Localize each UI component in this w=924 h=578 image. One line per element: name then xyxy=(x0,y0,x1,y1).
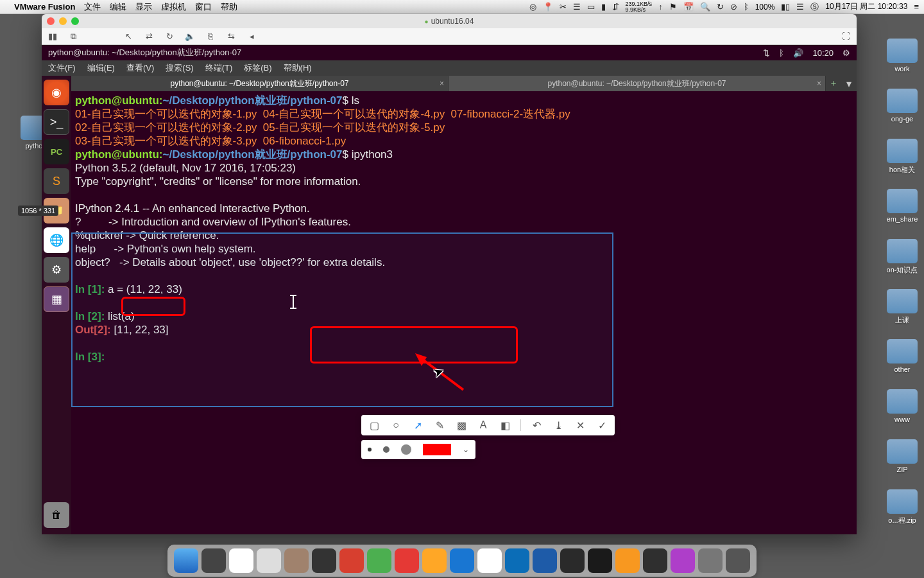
input-icon[interactable]: ☰ xyxy=(796,2,804,12)
notification-icon[interactable]: ≡ xyxy=(914,2,919,12)
text-tool[interactable]: A xyxy=(477,419,490,432)
desktop-folder[interactable]: ong-ge xyxy=(886,89,919,131)
flag-icon[interactable]: ⚑ xyxy=(669,2,677,12)
maximize-icon[interactable] xyxy=(71,17,79,25)
menu-window[interactable]: 窗口 xyxy=(195,1,212,13)
pycharm-dock-icon[interactable] xyxy=(588,548,612,573)
save-button[interactable]: ⤓ xyxy=(552,419,565,432)
net-indicator-icon[interactable]: ⇅ xyxy=(763,48,770,58)
terminal-tab-2[interactable]: python@ubuntu: ~/Desktop/python就业班/pytho… xyxy=(449,76,826,91)
chrome-app-icon[interactable]: 🌐 xyxy=(44,227,69,253)
app-dock-icon[interactable] xyxy=(422,548,447,573)
cancel-button[interactable]: ✕ xyxy=(574,419,586,432)
running-app-icon[interactable]: ▦ xyxy=(44,286,69,312)
menu-file[interactable]: 文件(F) xyxy=(48,62,76,74)
battery-icon[interactable]: ▮▯ xyxy=(781,2,790,12)
notes-dock-icon[interactable] xyxy=(257,548,281,573)
snapshot-button[interactable]: ⧉ xyxy=(67,31,79,42)
terminal-output[interactable]: python@ubuntu:~/Desktop/python就业班/python… xyxy=(71,91,857,534)
dash-icon[interactable]: ◉ xyxy=(44,80,69,105)
gear-icon[interactable]: ⚙ xyxy=(843,48,850,58)
stroke-large[interactable] xyxy=(401,444,411,455)
close-icon[interactable] xyxy=(47,17,55,25)
mosaic-tool[interactable]: ▩ xyxy=(455,419,468,432)
desktop-folder[interactable]: o...程.zip xyxy=(886,489,919,532)
calendar-dock-icon[interactable] xyxy=(229,548,253,573)
sublime-app-icon[interactable]: S xyxy=(44,168,69,194)
battery2-icon[interactable]: ▮ xyxy=(601,2,606,12)
desktop-folder[interactable]: 上课 xyxy=(886,289,919,331)
tool-usb-icon[interactable]: ⎘ xyxy=(205,31,216,41)
menu-vm[interactable]: 虚拟机 xyxy=(161,1,186,13)
launchpad-dock-icon[interactable] xyxy=(201,548,226,573)
minimize-icon[interactable] xyxy=(59,17,67,25)
desktop-folder[interactable]: ZIP xyxy=(886,439,919,482)
fullscreen-button[interactable]: ⛶ xyxy=(840,31,851,41)
wifi-icon[interactable]: ⊘ xyxy=(730,2,737,12)
obs-dock-icon[interactable] xyxy=(643,548,667,573)
tool-sound-icon[interactable]: 🔈 xyxy=(184,31,196,41)
color-swatch[interactable] xyxy=(423,444,451,455)
wechat-dock-icon[interactable] xyxy=(367,548,391,573)
menu-view[interactable]: 显示 xyxy=(135,1,152,13)
clock[interactable]: 10:20 xyxy=(812,48,834,58)
new-tab-button[interactable]: ＋ xyxy=(826,76,841,91)
desktop-folder[interactable]: www xyxy=(886,389,919,432)
desktop-folder[interactable]: other xyxy=(886,339,919,381)
bluetooth-indicator-icon[interactable]: ᛒ xyxy=(779,48,784,58)
skype-icon[interactable]: Ⓢ xyxy=(810,1,819,13)
app-name[interactable]: VMware Fusion xyxy=(14,2,75,12)
pycharm-app-icon[interactable]: PC xyxy=(44,139,69,164)
preferences-dock-icon[interactable] xyxy=(698,548,723,573)
desktop-dock-icon[interactable] xyxy=(284,548,309,573)
menu-help[interactable]: 帮助 xyxy=(221,1,237,13)
datetime[interactable]: 10月17日 周二 10:20:33 xyxy=(825,1,907,12)
menu-file[interactable]: 文件 xyxy=(84,1,101,13)
circle-tool[interactable]: ○ xyxy=(389,419,402,432)
mail-dock-icon[interactable] xyxy=(450,548,474,573)
desktop-folder[interactable]: em_share xyxy=(886,189,919,231)
pen-tool[interactable]: ✎ xyxy=(433,419,446,432)
status-icon[interactable]: ◎ xyxy=(529,2,536,12)
desktop-folder[interactable]: work xyxy=(886,39,919,81)
app-dock-icon[interactable] xyxy=(395,548,419,573)
terminal-app-icon[interactable]: >_ xyxy=(44,109,69,135)
tool-pointer-icon[interactable]: ↖ xyxy=(123,31,134,41)
tab-close-icon[interactable]: × xyxy=(817,79,821,88)
tool-reload-icon[interactable]: ↻ xyxy=(164,31,175,41)
menu-terminal[interactable]: 终端(T) xyxy=(205,62,233,74)
stroke-medium[interactable] xyxy=(383,446,389,453)
chrome-dock-icon[interactable] xyxy=(477,548,502,573)
settings-app-icon[interactable]: ⚙ xyxy=(44,257,69,283)
iterm-dock-icon[interactable] xyxy=(560,548,585,573)
tool-resize-icon[interactable]: ⇄ xyxy=(143,31,155,41)
battery-pct[interactable]: 100% xyxy=(755,3,775,12)
calendar-icon[interactable]: 📅 xyxy=(683,2,694,12)
vmware-dock-icon[interactable] xyxy=(533,548,557,573)
sublime-dock-icon[interactable] xyxy=(615,548,640,573)
eraser-tool[interactable]: ◧ xyxy=(499,419,511,432)
volume-indicator-icon[interactable]: 🔊 xyxy=(793,48,803,58)
upload-icon[interactable]: ↑ xyxy=(658,2,663,12)
safari-dock-icon[interactable] xyxy=(505,548,529,573)
pause-button[interactable]: ▮▮ xyxy=(47,31,58,41)
bluetooth-icon[interactable]: ᛒ xyxy=(744,2,749,12)
app-dock-icon[interactable] xyxy=(671,548,695,573)
display-icon[interactable]: ▭ xyxy=(587,2,595,12)
rect-tool[interactable]: ▢ xyxy=(368,419,381,432)
confirm-button[interactable]: ✓ xyxy=(595,419,608,432)
color-dropdown-icon[interactable]: ⌄ xyxy=(463,445,469,454)
tool-back-icon[interactable]: ◂ xyxy=(246,31,257,41)
terminal-tab-1[interactable]: python@ubuntu: ~/Desktop/python就业班/pytho… xyxy=(71,76,449,91)
desktop-folder[interactable]: hon相关 xyxy=(886,139,919,181)
trash-icon[interactable]: 🗑 xyxy=(44,502,69,528)
tool-net-icon[interactable]: ⇆ xyxy=(225,31,237,41)
tab-menu-icon[interactable]: ▾ xyxy=(841,76,857,91)
menu-help[interactable]: 帮助(H) xyxy=(284,62,312,74)
finder-dock-icon[interactable] xyxy=(174,548,198,573)
menu-view[interactable]: 查看(V) xyxy=(126,62,154,74)
menu-search[interactable]: 搜索(S) xyxy=(166,62,193,74)
desktop-folder[interactable]: on-知识点 xyxy=(886,239,919,281)
menu-edit[interactable]: 编辑 xyxy=(110,1,126,13)
tab-close-icon[interactable]: × xyxy=(440,79,444,88)
